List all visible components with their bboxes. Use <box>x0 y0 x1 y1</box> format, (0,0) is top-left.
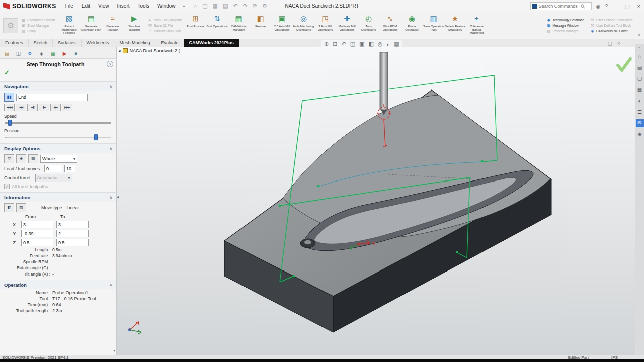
hide-show-items-icon[interactable]: ◎ <box>378 41 383 47</box>
tab-evaluate[interactable]: Evaluate <box>155 39 184 47</box>
position-slider[interactable] <box>5 134 111 140</box>
close-icon[interactable]: × <box>636 3 642 9</box>
information-section-header[interactable]: Information ∧ <box>0 192 116 202</box>
tab-camworks-2021plus[interactable]: CAMWorks 2021Plus <box>184 39 239 47</box>
y-from-field[interactable] <box>21 230 53 237</box>
ribbon-collapse-chevron[interactable]: ∧ <box>635 32 644 39</box>
display-options-section-header[interactable]: Display Options ∧ <box>0 143 116 153</box>
solidworks-resources-icon[interactable]: ◈ <box>636 130 644 138</box>
search-input[interactable] <box>539 4 579 9</box>
save-operation-plan-button[interactable]: ▥Save Operation Plan <box>423 12 444 39</box>
generate-toolpath-button[interactable]: ≈Generate Toolpath <box>102 12 123 39</box>
menu-insert[interactable]: Insert <box>113 0 134 12</box>
x-from-field[interactable] <box>21 221 53 228</box>
simulate-toolpath-button[interactable]: ▶Simulate Toolpath <box>123 12 145 39</box>
appearances-icon[interactable]: ◐ <box>636 97 644 105</box>
probe-operation-button[interactable]: ◉Probe Operation <box>401 12 423 39</box>
x-to-field[interactable] <box>56 221 89 228</box>
help-icon[interactable]: ? <box>107 61 113 67</box>
options-icon[interactable]: ⚙ <box>262 3 267 9</box>
tab-sketch[interactable]: Sketch <box>29 39 53 47</box>
help-icon[interactable]: ? <box>605 4 608 9</box>
zoom-fit-icon[interactable]: ⊕ <box>324 41 329 47</box>
custom-properties-icon[interactable]: ☰ <box>636 108 644 116</box>
display-mode-dropdown[interactable]: Whole ▾ <box>40 155 77 163</box>
sort-operations-button[interactable]: ⇅Sort Operations <box>206 12 228 39</box>
edit-appearance-icon[interactable]: ◐ <box>386 41 390 47</box>
forum-pane-icon[interactable]: ✉ <box>636 119 644 127</box>
display-filter-button[interactable]: ▽ <box>4 154 14 163</box>
default-feature-strategies-button[interactable]: ★Default Feature Strategies <box>444 12 466 39</box>
feature-button[interactable]: ◧Feature <box>250 12 271 39</box>
camworks-nc-editor-button[interactable]: ◈CAMWorks NC Editor <box>590 29 633 33</box>
home-pane-icon[interactable]: ⌂ <box>636 53 644 61</box>
tab-surfaces[interactable]: Surfaces <box>53 39 82 47</box>
position-slider-thumb[interactable] <box>94 134 98 140</box>
search-icon[interactable] <box>581 4 585 9</box>
save-icon[interactable]: ▦ <box>213 3 218 9</box>
multiaxis-mill-button[interactable]: ✚Multiaxis Mill Operations <box>336 12 358 39</box>
forward-to-end-button[interactable]: ▶▶▶ <box>62 104 72 111</box>
taskpane-expand-icon[interactable]: « <box>638 45 640 50</box>
doc-minimize-icon[interactable]: – <box>600 41 603 46</box>
step-thru-toolpath-button[interactable]: ▸Step Thru Toolpath <box>148 18 182 22</box>
view-settings-icon[interactable]: ▦ <box>394 41 399 47</box>
info-display-button[interactable]: ◧ <box>4 203 14 212</box>
turn-operations-button[interactable]: ◴Turn Operations <box>358 12 379 39</box>
speed-slider-track[interactable] <box>5 122 111 124</box>
back-arrow-icon[interactable]: ◂ <box>118 48 121 53</box>
redo-icon[interactable]: ↷ <box>243 3 248 9</box>
display-tool-button[interactable]: ◈ <box>16 154 26 163</box>
doc-close-icon[interactable]: × <box>617 41 620 46</box>
tab-weldments[interactable]: Weldments <box>82 39 115 47</box>
y-to-field[interactable] <box>56 230 89 237</box>
operation-section-header[interactable]: Operation ∧ <box>0 280 116 289</box>
minimize-icon[interactable]: – <box>612 3 618 9</box>
end-condition-field[interactable] <box>16 94 88 101</box>
panel-scroll-down-icon[interactable]: ▾ <box>113 348 115 353</box>
extract-machinable-features-button[interactable]: ▧Extract Machinable Features <box>58 12 80 39</box>
camworks-operation-tree-tab-icon[interactable]: ≡ <box>72 49 80 57</box>
ok-button[interactable]: ✓ <box>4 69 10 76</box>
propertymanager-tab-icon[interactable]: ◫ <box>15 49 22 57</box>
undo-icon[interactable]: ↶ <box>233 3 237 9</box>
display-grid-button[interactable]: ▦ <box>28 154 38 163</box>
graphics-viewport[interactable]: X ◂ NACA Duct Sandwich 2 ( <box>117 47 635 355</box>
tolerance-based-machining-button[interactable]: ±Tolerance Based Machining <box>466 12 488 39</box>
step-back-button[interactable]: ◀▮ <box>27 104 38 111</box>
camworks-manager-button[interactable]: ▦CAMWorks Manager <box>228 12 250 39</box>
search-commands-box[interactable] <box>530 2 592 10</box>
lead-trail-field[interactable] <box>44 165 62 172</box>
menu-window[interactable]: Window <box>153 0 180 12</box>
menu-file[interactable]: File <box>61 0 77 12</box>
configurationmanager-tab-icon[interactable]: ⚙ <box>26 49 34 57</box>
pause-button[interactable]: ▮▮ <box>4 93 14 102</box>
display-style-icon[interactable]: ◧ <box>368 41 373 47</box>
info-report-button[interactable]: ▨ <box>16 203 26 212</box>
view-orientation-icon[interactable]: ▣ <box>359 41 364 47</box>
file-explorer-icon[interactable]: ▢ <box>636 75 644 83</box>
tab-features[interactable]: Features <box>0 39 29 47</box>
previous-view-icon[interactable]: ↶ <box>341 41 346 47</box>
technology-database-button[interactable]: ◆Technology Database <box>546 18 584 22</box>
z-from-field[interactable] <box>21 239 53 246</box>
post-process-button[interactable]: ⊞Post Process <box>185 12 206 39</box>
generate-operation-plan-button[interactable]: ▤Generate Operation Plan <box>80 12 102 39</box>
menu-pin-icon[interactable]: » <box>179 4 188 9</box>
fast-back-button[interactable]: ◀◀ <box>16 104 26 111</box>
zoom-area-icon[interactable]: ⊡ <box>333 41 337 47</box>
document-tab[interactable]: ◂ NACA Duct Sandwich 2 (... <box>118 48 184 53</box>
menu-view[interactable]: View <box>94 0 113 12</box>
speed-slider[interactable] <box>5 120 111 126</box>
user-icon[interactable]: ◉ <box>596 4 601 9</box>
speed-slider-thumb[interactable] <box>8 120 12 126</box>
message-window-button[interactable]: ▣Message Window <box>546 23 584 28</box>
step-forward-button[interactable]: ▮▶ <box>39 104 49 111</box>
mill-25axis-button[interactable]: ▣2.5 Axis Mill Operations <box>271 12 293 39</box>
lead-trail-spinner[interactable] <box>64 165 75 172</box>
home-icon[interactable]: ⌂ <box>194 3 198 9</box>
view-palette-icon[interactable]: ▦ <box>636 86 644 94</box>
camworks-feature-tree-tab-icon[interactable]: ▶ <box>61 49 68 57</box>
hole-machining-button[interactable]: ◎Hole Machining Operations <box>293 12 314 39</box>
viewport-canvas[interactable]: X <box>117 47 635 355</box>
